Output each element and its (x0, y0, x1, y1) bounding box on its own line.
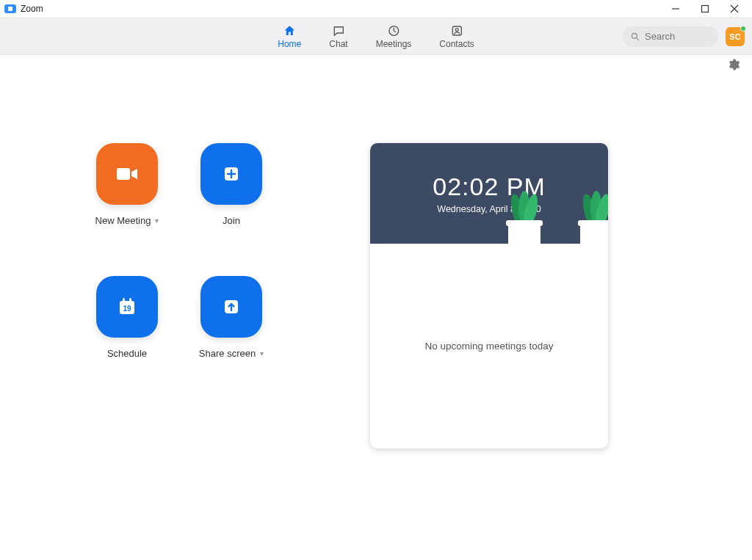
avatar-initials: SC (729, 32, 740, 41)
calendar-icon: 19 (114, 294, 140, 320)
schedule-tile: 19 (96, 276, 158, 338)
schedule-button[interactable]: 19 Schedule (76, 276, 178, 359)
nav-tabs: Home Chat Meetings Contacts (278, 24, 474, 49)
maximize-button[interactable] (690, 0, 720, 18)
main-area: New Meeting ▾ Join (0, 77, 752, 448)
tab-contacts[interactable]: Contacts (439, 24, 474, 49)
panel-header: 02:02 PM Wednesday, April 8, 2020 (370, 143, 608, 244)
avatar[interactable]: SC (726, 27, 745, 46)
title-bar-left: Zoom (4, 4, 43, 14)
join-tile (200, 143, 262, 205)
svg-rect-9 (117, 168, 130, 180)
tab-meetings-label: Meetings (376, 39, 412, 49)
plus-icon (218, 161, 245, 187)
contacts-icon (449, 24, 464, 37)
svg-rect-1 (702, 6, 709, 12)
calendar-day: 19 (123, 305, 131, 313)
svg-rect-14 (123, 298, 125, 303)
clock-icon (386, 24, 401, 37)
new-meeting-label: New Meeting (95, 215, 151, 226)
gear-icon (727, 58, 740, 71)
meetings-panel: 02:02 PM Wednesday, April 8, 2020 No upc… (370, 143, 608, 448)
tab-home-label: Home (278, 39, 301, 49)
settings-button[interactable] (727, 58, 740, 74)
join-button[interactable]: Join (180, 143, 283, 226)
close-button[interactable] (720, 0, 749, 18)
actions-wrap: New Meeting ▾ Join (18, 143, 341, 359)
search-box[interactable] (623, 26, 718, 47)
schedule-label: Schedule (107, 348, 147, 359)
chevron-down-icon[interactable]: ▾ (260, 349, 264, 357)
maximize-icon (701, 4, 709, 13)
tab-home[interactable]: Home (278, 24, 301, 49)
plant-decoration-icon (580, 220, 608, 244)
upload-icon (218, 294, 245, 320)
join-label: Join (223, 215, 240, 226)
share-screen-tile (200, 276, 262, 338)
window-controls (661, 0, 749, 18)
share-screen-button[interactable]: Share screen ▾ (180, 276, 283, 359)
new-meeting-button[interactable]: New Meeting ▾ (76, 143, 178, 226)
minimize-icon (671, 4, 680, 13)
schedule-label-row: Schedule (107, 348, 147, 359)
zoom-app-icon (4, 4, 16, 13)
new-meeting-label-row: New Meeting ▾ (95, 215, 159, 226)
svg-point-6 (455, 28, 458, 31)
join-label-row: Join (223, 215, 240, 226)
chat-icon (331, 24, 346, 37)
new-meeting-tile (96, 143, 158, 205)
no-meetings-message: No upcoming meetings today (425, 341, 554, 352)
close-icon (730, 4, 739, 13)
tab-chat[interactable]: Chat (329, 24, 347, 49)
title-bar: Zoom (0, 0, 752, 18)
search-icon (630, 32, 640, 42)
home-icon (282, 24, 297, 37)
toolbar-right: SC (623, 26, 745, 47)
chevron-down-icon[interactable]: ▾ (155, 217, 159, 225)
svg-point-7 (632, 33, 637, 38)
tab-contacts-label: Contacts (439, 39, 474, 49)
toolbar: Home Chat Meetings Contacts SC (0, 18, 752, 55)
window-title: Zoom (21, 4, 43, 14)
plant-decoration-icon (508, 220, 540, 244)
status-dot-icon (740, 26, 746, 32)
minimize-button[interactable] (661, 0, 690, 18)
svg-rect-15 (129, 298, 131, 303)
svg-line-8 (637, 37, 639, 40)
tab-meetings[interactable]: Meetings (376, 24, 412, 49)
search-input[interactable] (645, 31, 704, 42)
tab-chat-label: Chat (329, 39, 347, 49)
action-grid: New Meeting ▾ Join (76, 143, 283, 359)
share-screen-label: Share screen (199, 348, 256, 359)
video-icon (114, 161, 140, 187)
panel-body: No upcoming meetings today (370, 244, 608, 448)
share-screen-label-row: Share screen ▾ (199, 348, 264, 359)
settings-row (0, 55, 752, 77)
